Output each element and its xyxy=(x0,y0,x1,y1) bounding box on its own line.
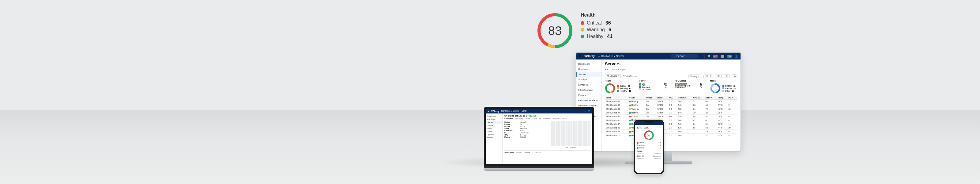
col-header[interactable]: Firmware xyxy=(677,96,692,100)
legend-dot-icon xyxy=(581,35,584,38)
phone-gauge: 83 xyxy=(644,130,654,141)
health-gauge: 83 xyxy=(536,12,573,49)
brand: XClarity xyxy=(584,54,595,58)
sidebar-item[interactable]: Dashboard xyxy=(486,115,502,118)
managed-toggle[interactable]: Managed xyxy=(689,75,701,78)
field-row: Memory256 GB xyxy=(504,136,549,138)
gauge-score: 83 xyxy=(536,12,573,49)
phone-alert-row[interactable]: SR650-05Temp high xyxy=(637,153,661,155)
legend-count: 36 xyxy=(605,20,611,26)
action-tab[interactable]: Power xyxy=(516,152,522,153)
summary-card[interactable]: PowerOn68Off9Standby4Unknown2 xyxy=(639,80,667,94)
col-header[interactable]: Power xyxy=(645,96,656,100)
legend-row: Warning6 xyxy=(581,27,612,32)
sidebar-item[interactable]: Dashboard xyxy=(576,61,601,67)
legend-count: 41 xyxy=(607,34,612,39)
table-row[interactable]: SR630-node-06HealthyOffSR630OK2.4000—0 xyxy=(605,118,737,122)
tab[interactable]: Event Log xyxy=(532,118,541,120)
summary-card[interactable]: HCL StatusCompliant62Not compliant14Unkn… xyxy=(675,80,702,94)
search-icon[interactable]: ⌕ xyxy=(585,110,586,112)
col-header[interactable]: Temp xyxy=(717,96,727,100)
phone-stat-row: Healthy41 xyxy=(637,147,661,149)
tab[interactable]: Remote Console xyxy=(553,118,567,120)
sidebar-item[interactable]: Events xyxy=(486,130,502,133)
hcl-button[interactable]: HCL 0 xyxy=(703,75,713,78)
topbar-status-icons[interactable]: ❓⚙ 42 6 35 👤 xyxy=(701,54,738,58)
sidebar-item[interactable]: Switches xyxy=(576,82,601,87)
col-header[interactable]: Name xyxy=(605,96,628,100)
chassis-diagram[interactable] xyxy=(550,121,590,146)
refresh-button[interactable]: ⟳ xyxy=(724,74,730,78)
sidebar-item[interactable]: Firmware Updates xyxy=(576,98,601,103)
field-row: PowerOn xyxy=(504,123,549,125)
action-tab[interactable]: Service xyxy=(524,152,530,153)
sidebar-item[interactable]: Switch xyxy=(486,127,502,130)
search-input[interactable]: ⌕Search xyxy=(671,54,698,58)
servers-table[interactable]: NameHealthPowerModelHCLFirmwareCPU %Mem … xyxy=(605,96,737,138)
summary-card[interactable]: HealthCritical36Warning6Healthy41 xyxy=(605,80,631,94)
table-row[interactable]: SR630-node-09HealthyOnSR630OK2.40172934°… xyxy=(605,130,737,133)
action-tab[interactable]: All Actions xyxy=(504,152,514,153)
field-row: StatusNormal xyxy=(504,121,549,123)
col-header[interactable]: Mem % xyxy=(705,96,718,100)
sidebar-item[interactable]: Server xyxy=(576,72,601,77)
field-row: IP10.240.11.2 xyxy=(504,132,549,134)
table-row[interactable]: SR650-node-05CriticalOnSR650Fail2.368891… xyxy=(605,115,737,118)
tab[interactable]: Firmware xyxy=(543,118,550,120)
tab[interactable]: All xyxy=(605,68,608,72)
table-row[interactable]: SR650-node-02HealthyOnSR650OK2.40284437°… xyxy=(605,103,737,107)
sidebar-item[interactable]: Infrastructure xyxy=(576,87,601,93)
diagram-label: Front / Rear view xyxy=(550,147,590,149)
tab[interactable]: Inventory xyxy=(515,118,523,120)
table-row[interactable]: SR630-node-03WarningOnSR630OK2.38617246°… xyxy=(605,107,737,111)
field-row: Firmware2.40 xyxy=(504,130,549,131)
tab[interactable]: Alerts xyxy=(525,118,530,120)
sidebar-item[interactable]: Service xyxy=(486,136,502,139)
phone-stat-row: Critical36 xyxy=(637,142,661,144)
col-header[interactable]: Model xyxy=(657,96,668,100)
col-header[interactable]: CPU % xyxy=(692,96,705,100)
sidebar-item[interactable]: Storage xyxy=(576,77,601,82)
status-badge: Normal xyxy=(528,115,537,117)
sidebar-item[interactable]: Server xyxy=(486,121,502,124)
table-row[interactable]: SR650-node-07HealthyOnSR650OK2.40244136°… xyxy=(605,122,737,126)
legend-label: Warning xyxy=(587,27,605,32)
tabs: AllUnmanaged xyxy=(605,68,737,72)
sidebar-item[interactable]: Hardware xyxy=(486,118,502,121)
laptop-topbar: ☰ XClarity Hardware ▸ Server ▸ Detail ⌕ … xyxy=(486,109,592,114)
summary-card[interactable]: ModelSR65040SR63025Other18 xyxy=(710,80,736,94)
col-header[interactable]: Health xyxy=(628,96,645,100)
phone-list-head: Alerts xyxy=(637,150,661,152)
page-title: Servers xyxy=(605,61,737,66)
legend-dot-icon xyxy=(581,21,584,25)
user-icon[interactable]: 👤 xyxy=(588,110,590,112)
tab[interactable]: Unmanaged xyxy=(612,68,626,71)
tab[interactable]: Summary xyxy=(504,118,513,120)
hamburger-icon[interactable]: ☰ xyxy=(488,110,489,112)
field-row: CPU2 × Xeon xyxy=(504,134,549,136)
phone-alert-row[interactable]: SR630-03Mem usage xyxy=(637,155,661,157)
table-row[interactable]: SR650-node-08WarningOnSR650OK2.39556344°… xyxy=(605,126,737,130)
laptop: ☰ XClarity Hardware ▸ Server ▸ Detail ⌕ … xyxy=(484,107,594,172)
phone: Server Health 83 Critical36Warning6Healt… xyxy=(634,120,664,174)
sidebar-item[interactable]: Updates xyxy=(486,133,502,136)
col-header[interactable]: HCL xyxy=(668,96,676,100)
sidebar-item[interactable]: Events xyxy=(576,93,601,98)
filter-dropdown[interactable]: All Servers ▾ xyxy=(605,74,621,78)
table-row[interactable]: SR650-node-04HealthyOnSR650OK2.40193335°… xyxy=(605,111,737,114)
table-row[interactable]: SR650-node-10HealthyOnSR650OK2.40213735°… xyxy=(605,133,737,137)
power-button[interactable]: ⏻ xyxy=(716,75,722,78)
legend-title: Health xyxy=(581,12,612,18)
breadcrumb[interactable]: Hardware ▸ Server ▸ Detail xyxy=(501,110,527,112)
col-header[interactable]: I/O % xyxy=(727,96,737,100)
svg-text:83: 83 xyxy=(648,134,651,137)
phone-alert-row[interactable]: SR650-08Fan speed xyxy=(637,158,661,160)
sidebar-item[interactable]: Hardware xyxy=(576,67,601,72)
layout-button[interactable]: ☰ xyxy=(732,74,737,78)
action-tab[interactable]: Configure xyxy=(533,152,541,153)
phone-stat-row: Warning6 xyxy=(637,144,661,147)
hamburger-icon[interactable]: ☰ xyxy=(579,54,581,58)
breadcrumb[interactable]: ☆ Hardware ▸ Server xyxy=(598,54,624,58)
table-row[interactable]: SR650-node-01HealthyOnSR650OK2.40324838°… xyxy=(605,100,737,103)
sidebar-item[interactable]: Storage xyxy=(486,124,502,127)
